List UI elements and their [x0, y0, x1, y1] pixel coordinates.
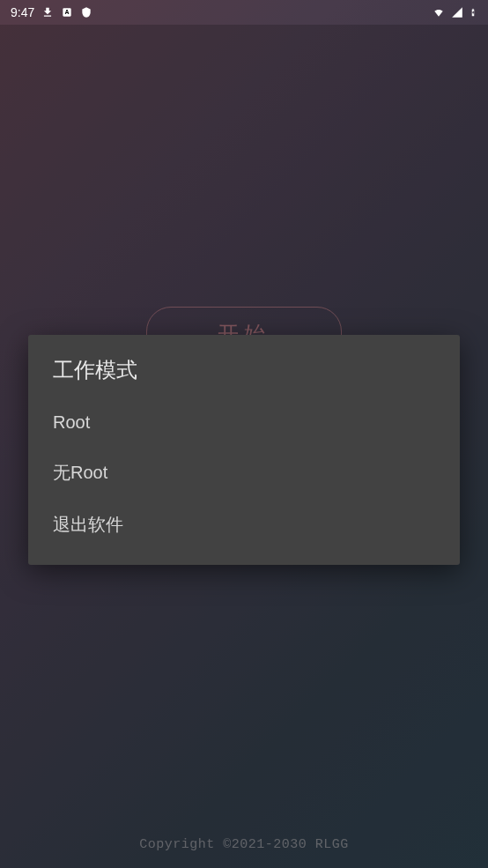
- dialog-title: 工作模式: [28, 356, 460, 398]
- svg-text:A: A: [65, 9, 70, 15]
- signal-icon: [451, 6, 463, 19]
- app-badge-icon: A: [61, 6, 73, 19]
- status-bar-left: 9:47 A: [11, 5, 92, 19]
- status-time: 9:47: [11, 5, 34, 19]
- dialog-option-no-root[interactable]: 无Root: [28, 447, 460, 499]
- dialog-option-root[interactable]: Root: [28, 398, 460, 447]
- shield-icon: [80, 6, 92, 19]
- work-mode-dialog: 工作模式 Root 无Root 退出软件: [28, 335, 460, 565]
- status-bar: 9:47 A: [0, 0, 488, 25]
- status-bar-right: [432, 5, 477, 19]
- dialog-option-exit[interactable]: 退出软件: [28, 499, 460, 551]
- wifi-icon: [432, 6, 446, 19]
- battery-icon: [469, 5, 477, 19]
- download-icon: [41, 6, 54, 19]
